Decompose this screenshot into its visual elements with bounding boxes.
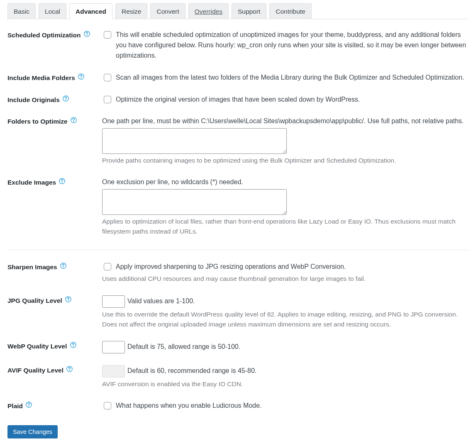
avif-quality-inline: Default is 60, recommended range is 45-8… bbox=[127, 366, 256, 376]
tab-local[interactable]: Local bbox=[39, 3, 66, 19]
folders-to-optimize-textarea[interactable] bbox=[102, 128, 287, 154]
sharpen-images-checkbox[interactable] bbox=[104, 263, 111, 270]
help-icon[interactable] bbox=[63, 95, 69, 102]
tab-overrides[interactable]: Overrides bbox=[188, 3, 229, 19]
help-icon[interactable] bbox=[71, 117, 77, 123]
help-icon[interactable] bbox=[65, 296, 71, 302]
include-originals-text: Optimize the original version of images … bbox=[116, 95, 360, 105]
help-icon[interactable] bbox=[70, 342, 76, 348]
label-webp-quality: WebP Quality Level bbox=[7, 341, 102, 353]
help-icon[interactable] bbox=[26, 402, 32, 408]
help-icon[interactable] bbox=[66, 366, 73, 372]
label-plaid: Plaid bbox=[7, 401, 102, 411]
jpg-quality-desc: Use this to override the default WordPre… bbox=[102, 309, 469, 329]
tab-bar: Basic Local Advanced Resize Convert Over… bbox=[7, 3, 469, 19]
help-icon[interactable] bbox=[60, 263, 66, 269]
label-sharpen-images: Sharpen Images bbox=[7, 262, 102, 284]
section-divider bbox=[7, 250, 469, 250]
label-jpg-quality: JPG Quality Level bbox=[7, 295, 102, 329]
label-include-media-folders: Include Media Folders bbox=[7, 73, 102, 83]
scheduled-optimization-text: This will enable scheduled optimization … bbox=[116, 30, 469, 61]
scheduled-optimization-checkbox[interactable] bbox=[104, 31, 111, 39]
avif-quality-desc: AVIF conversion is enabled via the Easy … bbox=[102, 379, 469, 389]
include-media-folders-text: Scan all images from the latest two fold… bbox=[116, 73, 464, 83]
include-originals-checkbox[interactable] bbox=[104, 96, 111, 103]
label-exclude-images: Exclude Images bbox=[7, 177, 102, 236]
webp-quality-inline: Default is 75, allowed range is 50-100. bbox=[127, 342, 240, 352]
help-icon[interactable] bbox=[78, 73, 84, 80]
save-changes-button[interactable]: Save Changes bbox=[7, 425, 58, 438]
sharpen-images-text: Apply improved sharpening to JPG resizin… bbox=[116, 262, 346, 272]
plaid-checkbox[interactable] bbox=[104, 402, 111, 409]
exclude-images-textarea[interactable] bbox=[102, 189, 287, 215]
tab-basic[interactable]: Basic bbox=[7, 3, 36, 19]
webp-quality-input[interactable] bbox=[102, 341, 125, 353]
exclude-images-hint-bottom: Applies to optimization of local files, … bbox=[102, 217, 469, 236]
tab-contribute[interactable]: Contribute bbox=[269, 3, 312, 19]
include-media-folders-checkbox[interactable] bbox=[104, 74, 111, 81]
tab-advanced[interactable]: Advanced bbox=[69, 3, 112, 19]
plaid-text: What happens when you enable Ludicrous M… bbox=[116, 401, 261, 411]
exclude-images-hint-top: One exclusion per line, no wildcards (*)… bbox=[102, 177, 469, 187]
jpg-quality-input[interactable] bbox=[102, 295, 125, 308]
avif-quality-input bbox=[102, 365, 125, 377]
label-avif-quality: AVIF Quality Level bbox=[7, 365, 102, 389]
sharpen-images-desc: Uses additional CPU resources and may ca… bbox=[102, 274, 469, 284]
label-scheduled-optimization: Scheduled Optimization bbox=[7, 30, 102, 61]
folders-to-optimize-hint-bottom: Provide paths containing images to be op… bbox=[102, 156, 469, 166]
jpg-quality-inline: Valid values are 1-100. bbox=[127, 296, 195, 307]
tab-resize[interactable]: Resize bbox=[115, 3, 147, 19]
tab-convert[interactable]: Convert bbox=[150, 3, 185, 19]
help-icon[interactable] bbox=[59, 178, 65, 184]
label-include-originals: Include Originals bbox=[7, 95, 102, 105]
help-icon[interactable] bbox=[84, 31, 90, 37]
label-folders-to-optimize: Folders to Optimize bbox=[7, 116, 102, 166]
folders-to-optimize-hint-top: One path per line, must be within C:\Use… bbox=[102, 116, 469, 127]
tab-support[interactable]: Support bbox=[232, 3, 266, 19]
